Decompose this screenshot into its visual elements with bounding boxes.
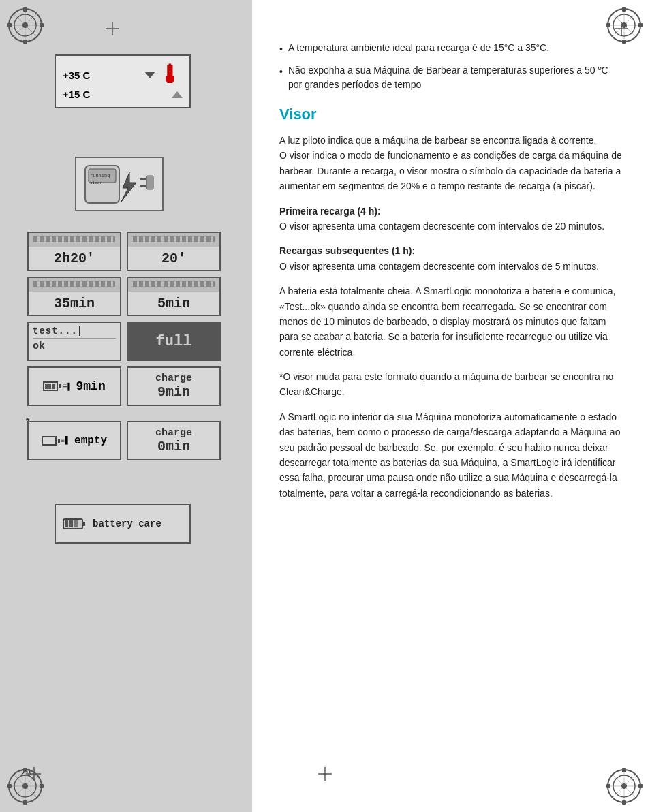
plug-icon: = [62, 381, 67, 391]
lcd-row-4: = ▌ 9min charge 9min [27, 366, 225, 406]
svg-rect-41 [606, 23, 610, 27]
test-cursor [79, 326, 80, 336]
svg-rect-39 [622, 7, 626, 12]
thermo-arrow-down [144, 72, 155, 78]
lcd-35-value: 35min [54, 292, 95, 315]
batt-seg-2 [48, 384, 51, 389]
lcd-9min-batt-value: 9min [76, 379, 106, 393]
bullet-item-1: • A temperatura ambiente ideal para reca… [279, 41, 623, 57]
empty-batt-level: ▌ [65, 436, 70, 446]
batt-seg-indicator: ▌ [67, 383, 72, 390]
lcd-battery-9min: = ▌ 9min [27, 366, 121, 406]
svg-rect-63 [606, 784, 610, 788]
crosshair-top-left [106, 22, 119, 38]
lcd-grid: 2h20' 20' 35min 5min test... [27, 232, 225, 411]
svg-rect-50 [23, 768, 27, 772]
lcd-2h20-value: 2h20' [54, 247, 95, 270]
thermo-top-label: +35 C [63, 69, 90, 81]
bullet-item-2: • Não exponha a sua Máquina de Barbear a… [279, 63, 623, 92]
thermo-bottom-label: +15 C [63, 89, 90, 100]
lcd-35-top [29, 278, 120, 292]
svg-rect-11 [69, 520, 73, 527]
empty-label: empty [74, 435, 107, 447]
battery-tip [59, 384, 61, 388]
svg-rect-7 [146, 176, 153, 189]
lcd-20min: 20' [127, 232, 221, 271]
lcd-2h20: 2h20' [27, 232, 121, 271]
lcd-5min: 5min [127, 277, 221, 316]
corner-circle-br [606, 768, 643, 805]
svg-rect-53 [40, 784, 44, 788]
svg-rect-52 [7, 784, 12, 788]
lcd-20-value: 20' [161, 247, 186, 270]
lcd-bar-3 [33, 281, 116, 287]
lcd-2h20-top [29, 233, 120, 247]
lcd-5-value: 5min [157, 292, 190, 315]
svg-rect-29 [23, 40, 27, 44]
lcd-row-2: 35min 5min [27, 277, 225, 316]
svg-rect-10 [65, 520, 68, 527]
battery-care-svg [63, 517, 87, 531]
empty-batt-body [42, 436, 57, 446]
thermo-arrow-up [172, 91, 183, 98]
charge-0-value: 0min [157, 439, 190, 454]
charge-9-value: 9min [157, 384, 190, 400]
ok-label: ok [33, 341, 116, 352]
lcd-bar [33, 236, 116, 242]
empty-battery-icon: ≡ ▌ [42, 436, 70, 446]
corner-circle-tl [7, 7, 44, 44]
body-para-4: A bateria está totalmente cheia. A Smart… [279, 283, 623, 360]
lcd-charge-9min: charge 9min [127, 366, 221, 406]
bullet-text-2: Não exponha a sua Máquina de Barbear a t… [288, 63, 623, 92]
svg-text:running: running [90, 173, 110, 178]
battery-care-label: battery care [93, 518, 161, 529]
lcd-charge-0min: charge 0min [127, 421, 221, 460]
lcd-5-top [128, 278, 219, 292]
thermo-row-bottom: +15 C [63, 89, 183, 100]
charge-label: charge [155, 373, 192, 384]
section-title: Visor [279, 106, 623, 123]
heading-primeira: Primeira recarga (4 h): [279, 206, 381, 217]
thermometer-box: +35 C 🌡 +15 C [55, 54, 191, 108]
svg-rect-42 [638, 23, 643, 27]
lcd-full: full [127, 322, 221, 361]
device-illustration: running clean [75, 157, 164, 211]
svg-rect-9 [82, 522, 85, 526]
lcd-row-1: 2h20' 20' [27, 232, 225, 271]
heading-recargas: Recargas subsequentes (1 h): [279, 245, 415, 256]
svg-marker-4 [121, 172, 136, 202]
full-label: full [156, 333, 192, 350]
device-svg: running clean [82, 162, 157, 206]
lcd-35min: 35min [27, 277, 121, 316]
svg-rect-51 [23, 800, 27, 805]
lcd-test-ok: test... ok [27, 322, 121, 361]
body-para-2: Primeira recarga (4 h): O visor apresent… [279, 204, 623, 234]
svg-text:clean: clean [90, 181, 102, 185]
corner-circle-tr [606, 7, 643, 44]
svg-rect-40 [622, 40, 626, 44]
charge-0-label: charge [155, 427, 192, 439]
battery-body [43, 381, 58, 391]
body-para-3: Recargas subsequentes (1 h): O visor apr… [279, 243, 623, 274]
body-para-5: A SmartLogic no interior da sua Máquina … [279, 409, 623, 501]
empty-batt-tip [58, 439, 60, 443]
svg-rect-12 [74, 520, 78, 527]
bullet-text-1: A temperatura ambiente ideal para recarg… [288, 41, 549, 57]
right-panel: • A temperatura ambiente ideal para reca… [252, 0, 650, 812]
lcd-bar-4 [133, 281, 215, 287]
batt-seg-3 [52, 384, 55, 389]
svg-rect-30 [7, 23, 12, 27]
svg-rect-61 [622, 768, 626, 772]
bullet-dot-1: • [279, 42, 283, 57]
body-para-1: A luz piloto indica que a máquina de bar… [279, 133, 623, 194]
svg-rect-62 [622, 800, 626, 805]
lcd-20-top [128, 233, 219, 247]
thermo-row-top: +35 C 🌡 [63, 63, 183, 87]
footnote: *O visor muda para este formato quando a… [279, 369, 623, 400]
svg-rect-31 [40, 23, 44, 27]
test-label: test... [33, 326, 116, 339]
lcd-row-3: test... ok full [27, 322, 225, 361]
svg-rect-28 [23, 7, 27, 12]
batt-seg-1 [45, 384, 48, 389]
battery-care-display: battery care [55, 504, 191, 544]
